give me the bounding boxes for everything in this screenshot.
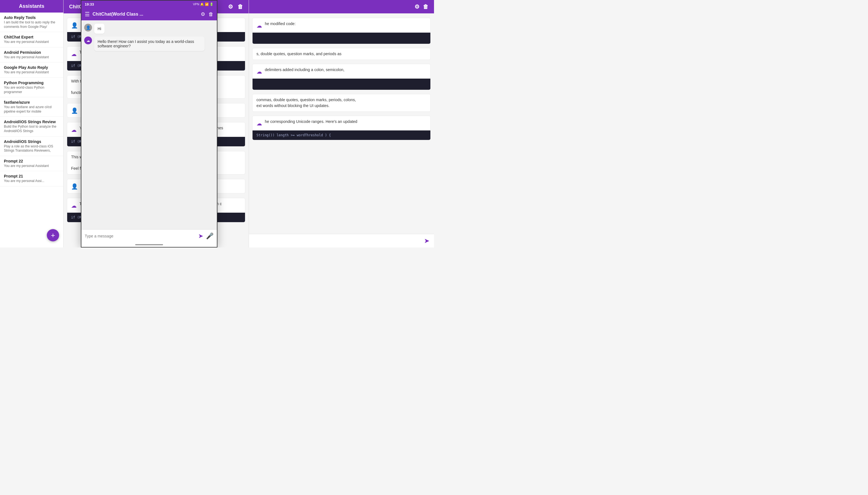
sidebar-item-subtitle: You are my personal Assistant (4, 70, 59, 75)
mobile-overlay: 19:33 VPN 🔔 📶 🔋 ☰ ChitChat(World Class .… (81, 0, 217, 248)
mobile-menu-icon[interactable]: ☰ (85, 11, 90, 18)
cloud-icon: ☁ (71, 50, 76, 58)
sidebar-item-subtitle: You are my personal Assistant (4, 40, 59, 44)
sidebar-item-fastlane-azure[interactable]: fastlane/azure You are fastlane and azur… (0, 97, 63, 117)
cloud-icon-r2: ☁ (256, 67, 262, 76)
sidebar-item-android-permission[interactable]: Android Permission You are my personal A… (0, 47, 63, 63)
sidebar-item-google-play-auto-reply[interactable]: Google Play Auto Reply You are my person… (0, 63, 63, 78)
sidebar-list: Auto Reply Tools I am build the tool to … (0, 13, 63, 248)
sidebar-item-subtitle: You are my personal Assistant (4, 55, 59, 59)
right-code-block-1 (253, 33, 430, 44)
cloud-icon-r3: ☁ (256, 119, 262, 127)
sidebar-item-title: Auto Reply Tools (4, 15, 59, 20)
right-code-block-3: String()) length >= wordThreshold ) { (253, 131, 430, 140)
fab-button[interactable]: + (47, 229, 59, 241)
gear-icon[interactable]: ⚙ (228, 3, 233, 10)
mobile-gear-icon[interactable]: ⚙ (201, 11, 205, 17)
sidebar-item-title: Prompt 22 (4, 159, 59, 163)
cloud-icon-3: ☁ (71, 202, 76, 210)
right-send-bar: ➤ (249, 234, 434, 248)
mobile-header-icons: ⚙ 🗑 (201, 11, 214, 17)
mobile-assistant-message: ☁ Hello there! How can I assist you toda… (84, 36, 214, 51)
sidebar-item-subtitle: You are my personal Assistant (4, 164, 59, 168)
right-code-block-2 (253, 79, 430, 90)
right-assistant-msg-2: s, double quotes, question marks, and pe… (253, 48, 430, 59)
right-message-delimiters-added: ☁ delimiters added including a colon, se… (252, 64, 431, 90)
right-message-commas: commas, double quotes, question marks, p… (252, 94, 431, 112)
mobile-user-message: 👤 Hi (84, 24, 214, 34)
mobile-mic-button[interactable]: 🎤 (206, 233, 214, 240)
sidebar-item-prompt-21[interactable]: Prompt 21 You are my personal Assi... (0, 171, 63, 186)
mobile-send-button[interactable]: ➤ (198, 233, 203, 240)
right-assistant-msg-5: ☁ he corresponding Unicode ranges. Here'… (253, 116, 430, 131)
mobile-input-bar: ➤ 🎤 (81, 229, 217, 242)
trash-icon[interactable]: 🗑 (238, 4, 243, 10)
sidebar-item-title: fastlane/azure (4, 100, 59, 104)
sidebar-item-auto-reply-tools[interactable]: Auto Reply Tools I am build the tool to … (0, 13, 63, 32)
sidebar-header: Assistants (0, 0, 63, 13)
sidebar-item-android-ios-strings[interactable]: Android/iOS Strings Play a role as the w… (0, 137, 63, 156)
right-chat: ⚙ 🗑 ☁ he modified code: s, double quotes… (249, 0, 434, 248)
sidebar-item-title: Python Programming (4, 81, 59, 85)
mobile-message-input[interactable] (85, 234, 195, 238)
cloud-icon-2: ☁ (71, 126, 76, 134)
sidebar-item-subtitle: I am build the tool to auto reply the co… (4, 20, 59, 29)
sidebar-item-subtitle: You are fastlane and azure ci/cd pipelin… (4, 105, 59, 114)
right-assistant-msg-4: commas, double quotes, question marks, p… (253, 94, 430, 112)
sidebar-item-python-programming[interactable]: Python Programming You are world-class P… (0, 78, 63, 97)
home-bar (135, 244, 163, 245)
user-icon: 👤 (71, 22, 78, 29)
svg-text:👤: 👤 (86, 25, 91, 30)
sidebar-item-subtitle: Play a role as the word-class iOS String… (4, 144, 59, 153)
mobile-header: ☰ ChitChat(World Class ... ⚙ 🗑 (81, 8, 217, 20)
right-assistant-msg-3: ☁ delimiters added including a colon, se… (253, 64, 430, 79)
right-gear-icon[interactable]: ⚙ (414, 3, 420, 10)
sidebar-item-title: ChitChat Expert (4, 35, 59, 39)
main-header-icons: ⚙ 🗑 (228, 3, 243, 10)
right-chat-content: ☁ he modified code: s, double quotes, qu… (249, 13, 434, 234)
sidebar-item-title: Google Play Auto Reply (4, 65, 59, 70)
mobile-user-avatar-icon: 👤 (84, 24, 92, 32)
mobile-user-bubble: Hi (94, 24, 104, 34)
mobile-trash-icon[interactable]: 🗑 (208, 12, 214, 17)
sidebar-item-subtitle: You are my personal Assi... (4, 179, 59, 183)
mobile-status-icons: VPN 🔔 📶 🔋 (193, 2, 214, 6)
sidebar-title: Assistants (19, 3, 44, 9)
sidebar-item-title: Prompt 21 (4, 174, 59, 178)
sidebar-item-title: Android Permission (4, 50, 59, 55)
cloud-icon-r1: ☁ (256, 21, 262, 30)
right-message-unicode: ☁ he corresponding Unicode ranges. Here'… (252, 116, 431, 140)
user-icon-2: 👤 (71, 107, 78, 114)
right-message-modified-code: ☁ he modified code: (252, 18, 431, 44)
right-message-double-quotes: s, double quotes, question marks, and pe… (252, 48, 431, 60)
mobile-chat: 👤 Hi ☁ Hello there! How can I assist you… (81, 20, 217, 229)
mobile-title: ChitChat(World Class ... (92, 12, 198, 17)
mobile-home-indicator (81, 242, 217, 247)
sidebar-item-title: Android/iOS Strings (4, 139, 59, 144)
sidebar-item-chitchat-expert[interactable]: ChitChat Expert You are my personal Assi… (0, 32, 63, 47)
mobile-assistant-bubble: Hello there! How can I assist you today … (94, 36, 205, 51)
sidebar-item-prompt-22[interactable]: Prompt 22 You are my personal Assistant (0, 156, 63, 171)
sidebar-item-title: Android/iOS Strings Review (4, 120, 59, 124)
user-icon-3: 👤 (71, 183, 78, 190)
sidebar-item-android-ios-strings-review[interactable]: Android/iOS Strings Review Build the Pyt… (0, 117, 63, 136)
mobile-status-bar: 19:33 VPN 🔔 📶 🔋 (81, 1, 217, 8)
mobile-time: 19:33 (85, 2, 94, 6)
sidebar-item-subtitle: You are world-class Python programmer (4, 86, 59, 94)
right-assistant-msg-1: ☁ he modified code: (253, 18, 430, 33)
right-trash-icon[interactable]: 🗑 (423, 4, 428, 10)
mobile-assistant-avatar-icon: ☁ (84, 36, 92, 44)
sidebar-item-subtitle: Build the Python tool to analyze the And… (4, 124, 59, 133)
sidebar: Assistants Auto Reply Tools I am build t… (0, 0, 64, 248)
right-send-button[interactable]: ➤ (424, 237, 429, 245)
right-header: ⚙ 🗑 (249, 0, 434, 13)
svg-text:☁: ☁ (86, 38, 90, 42)
